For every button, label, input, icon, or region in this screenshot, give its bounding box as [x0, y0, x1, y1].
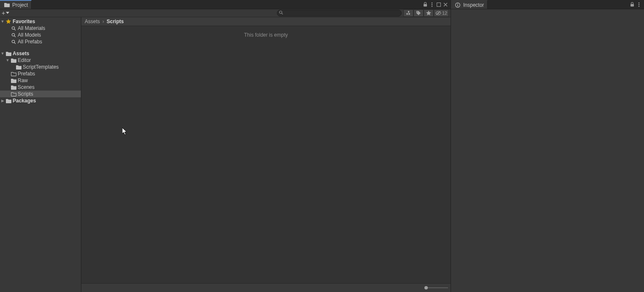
svg-point-8	[408, 13, 410, 15]
svg-line-16	[14, 36, 16, 37]
folder-icon	[5, 51, 12, 56]
hidden-count: 12	[442, 11, 447, 16]
chevron-down-icon: ▼	[5, 58, 10, 62]
folder-icon	[10, 85, 17, 90]
tree-folder-prefabs[interactable]: ▶ Prefabs	[0, 70, 81, 77]
folder-outline-icon	[10, 92, 17, 96]
folder-icon	[10, 58, 17, 63]
lock-icon[interactable]	[629, 0, 636, 9]
svg-point-24	[639, 4, 640, 5]
info-icon	[454, 3, 461, 8]
create-row: +	[0, 9, 451, 17]
create-asset-button[interactable]: +	[2, 11, 9, 16]
tab-inspector-label: Inspector	[463, 2, 484, 8]
tree-folder-scenes[interactable]: ▶ Scenes	[0, 84, 81, 91]
lock-icon[interactable]	[422, 0, 429, 9]
svg-point-25	[639, 5, 640, 7]
kebab-icon[interactable]	[636, 0, 642, 9]
chevron-down-icon	[6, 12, 9, 14]
search-by-label-button[interactable]	[413, 9, 424, 17]
project-tree: ▼ Favorites ▶ All Materials ▶ All M	[0, 17, 81, 292]
svg-rect-20	[457, 5, 458, 6]
folder-content[interactable]: This folder is empty	[81, 26, 451, 283]
folder-outline-icon	[10, 72, 17, 76]
empty-folder-message: This folder is empty	[244, 32, 288, 38]
svg-rect-22	[631, 4, 634, 7]
svg-point-3	[432, 5, 433, 7]
folder-icon	[3, 3, 10, 7]
folder-icon	[15, 65, 22, 70]
project-main: Assets › Scripts This folder is empty	[81, 17, 451, 292]
tree-folder-scripttemplates[interactable]: ▶ ScriptTemplates	[0, 64, 81, 70]
search-input[interactable]	[277, 10, 402, 16]
tab-project-label: Project	[12, 2, 28, 8]
tab-project[interactable]: Project	[0, 0, 32, 9]
folder-icon	[5, 99, 12, 103]
breadcrumb-root[interactable]: Assets	[85, 19, 100, 24]
search-icon	[10, 26, 17, 31]
project-tab-bar: Project	[0, 0, 451, 9]
svg-point-7	[406, 13, 408, 15]
svg-rect-9	[408, 11, 409, 13]
tree-folder-editor[interactable]: ▼ Editor	[0, 57, 81, 64]
svg-point-13	[12, 27, 14, 29]
tree-assets[interactable]: ▼ Assets	[0, 50, 81, 57]
packages-label: Packages	[12, 98, 36, 104]
eye-off-icon	[435, 11, 441, 15]
assets-label: Assets	[12, 51, 29, 56]
tree-favorite-item[interactable]: ▶ All Models	[0, 32, 81, 38]
chevron-right-icon: ›	[102, 19, 104, 24]
tree-folder-raw[interactable]: ▶ Raw	[0, 77, 81, 84]
chevron-down-icon: ▼	[0, 51, 5, 56]
search-icon	[10, 40, 17, 44]
hidden-packages-button[interactable]: 12	[434, 9, 449, 17]
search-by-type-button[interactable]	[403, 9, 413, 17]
favorites-label: Favorites	[12, 19, 35, 24]
status-bar	[81, 283, 451, 292]
kebab-icon[interactable]	[429, 0, 435, 9]
close-icon[interactable]	[442, 0, 449, 9]
inspector-panel: Inspector	[451, 0, 644, 292]
svg-point-15	[12, 33, 14, 36]
maximize-icon[interactable]	[435, 0, 442, 9]
project-window-controls	[422, 0, 451, 9]
breadcrumb: Assets › Scripts	[81, 17, 451, 26]
tree-favorites[interactable]: ▼ Favorites	[0, 18, 81, 25]
chevron-down-icon: ▼	[0, 19, 5, 24]
tree-packages[interactable]: ▶ Packages	[0, 97, 81, 104]
svg-point-2	[432, 4, 433, 5]
search-icon	[10, 33, 17, 38]
inspector-window-controls	[629, 0, 644, 9]
svg-point-10	[417, 12, 418, 13]
tree-favorite-item[interactable]: ▶ All Prefabs	[0, 38, 81, 45]
tab-inspector[interactable]: Inspector	[451, 0, 488, 9]
tree-favorite-item[interactable]: ▶ All Materials	[0, 25, 81, 32]
svg-point-21	[457, 3, 458, 4]
zoom-slider[interactable]	[422, 287, 448, 288]
svg-line-14	[14, 29, 16, 30]
svg-point-17	[12, 40, 14, 43]
project-panel: Project +	[0, 0, 451, 292]
svg-rect-4	[437, 3, 441, 6]
svg-line-18	[14, 43, 16, 44]
svg-point-1	[432, 2, 433, 3]
star-icon	[5, 19, 12, 24]
svg-rect-0	[424, 4, 427, 7]
svg-point-23	[639, 2, 640, 3]
breadcrumb-current[interactable]: Scripts	[107, 19, 124, 24]
chevron-right-icon: ▶	[0, 99, 5, 103]
plus-icon: +	[2, 11, 5, 16]
inspector-tab-bar: Inspector	[451, 0, 644, 9]
tree-folder-scripts[interactable]: ▶ Scripts	[0, 91, 81, 97]
save-search-button[interactable]	[424, 9, 434, 17]
folder-icon	[10, 78, 17, 83]
